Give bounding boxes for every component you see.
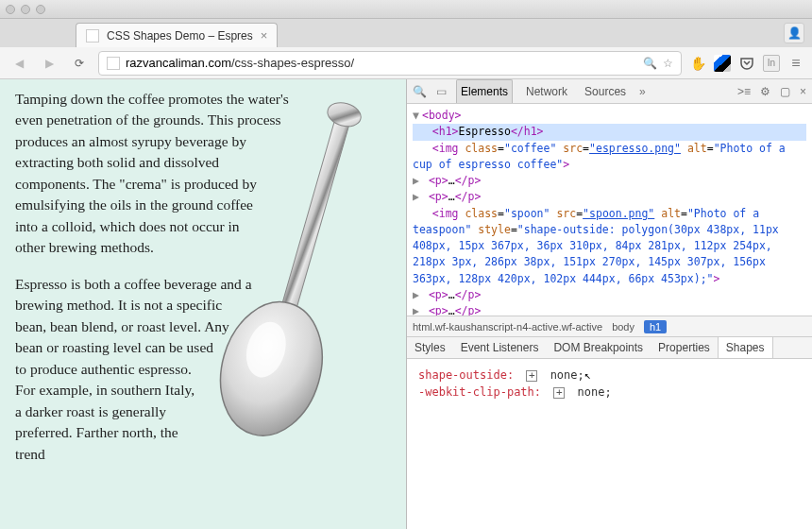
address-bar[interactable]: razvancaliman.com/css-shapes-espresso/ 🔍… <box>98 51 682 76</box>
crumb-body[interactable]: body <box>612 321 634 333</box>
traffic-minimize[interactable] <box>21 5 30 14</box>
tab-styles[interactable]: Styles <box>407 337 453 358</box>
close-icon[interactable]: × <box>800 85 806 98</box>
favicon <box>86 29 99 43</box>
browser-tab[interactable]: CSS Shapes Demo – Espres × <box>76 23 278 47</box>
tab-event-listeners[interactable]: Event Listeners <box>453 337 547 358</box>
traffic-close[interactable] <box>6 5 15 14</box>
tab-dom-breakpoints[interactable]: DOM Breakpoints <box>546 337 651 358</box>
dom-breadcrumb[interactable]: html.wf-kaushanscript-n4-active.wf-activ… <box>407 316 812 336</box>
devtools-toolbar: 🔍 ▭ Elements Network Sources » >≡ ⚙ ▢ × <box>407 79 812 104</box>
bookmark-star-icon[interactable]: ☆ <box>663 57 673 70</box>
cursor-icon: ↖ <box>584 368 591 382</box>
tab-sources[interactable]: Sources <box>581 79 630 103</box>
browser-menu-icon[interactable]: ≡ <box>787 55 804 72</box>
prop-clip-path: -webkit-clip-path: <box>418 385 541 399</box>
crumb-h1[interactable]: h1 <box>644 320 667 333</box>
console-toggle-icon[interactable]: >≡ <box>737 85 751 98</box>
gear-icon[interactable]: ⚙ <box>760 85 770 98</box>
reload-button[interactable]: ⟳ <box>68 52 91 75</box>
inspect-icon[interactable]: 🔍 <box>413 85 427 98</box>
more-tabs-icon[interactable]: » <box>639 85 646 98</box>
profile-icon[interactable]: 👤 <box>784 23 804 43</box>
traffic-zoom[interactable] <box>36 5 45 14</box>
value-clip-path: none; <box>578 385 612 399</box>
value-shape-outside: none; <box>550 368 584 382</box>
extension-hand-icon[interactable]: ✋ <box>689 55 706 72</box>
shape-outside-row[interactable]: shape-outside: + none;↖ <box>418 368 801 382</box>
tab-title: CSS Shapes Demo – Espres <box>107 29 253 43</box>
extension-pocket-icon[interactable] <box>738 55 755 72</box>
back-button[interactable]: ◀ <box>8 52 30 75</box>
content-row: Tamping down the coffee promotes the wat… <box>0 79 812 529</box>
svg-rect-0 <box>278 111 352 324</box>
browser-tabbar: CSS Shapes Demo – Espres × 👤 <box>0 19 812 47</box>
shapes-panel: shape-outside: + none;↖ -webkit-clip-pat… <box>407 359 812 529</box>
device-mode-icon[interactable]: ▭ <box>436 85 447 98</box>
page-icon <box>107 57 120 70</box>
styles-tabs: Styles Event Listeners DOM Breakpoints P… <box>407 336 812 359</box>
crumb-html[interactable]: html.wf-kaushanscript-n4-active.wf-activ… <box>413 321 602 333</box>
forward-button[interactable]: ▶ <box>38 52 60 75</box>
window-chrome <box>0 0 812 19</box>
dock-icon[interactable]: ▢ <box>780 85 790 98</box>
close-icon[interactable]: × <box>261 28 268 43</box>
svg-point-1 <box>325 99 364 130</box>
extension-instapaper-icon[interactable]: In <box>763 55 780 72</box>
tab-network[interactable]: Network <box>522 79 571 103</box>
tab-elements[interactable]: Elements <box>456 79 513 103</box>
tab-shapes[interactable]: Shapes <box>718 337 773 358</box>
browser-toolbar: ◀ ▶ ⟳ razvancaliman.com/css-shapes-espre… <box>0 47 812 79</box>
add-icon[interactable]: + <box>526 370 537 382</box>
url-text: razvancaliman.com/css-shapes-espresso/ <box>126 56 637 70</box>
tab-properties[interactable]: Properties <box>651 337 718 358</box>
page-viewport: Tamping down the coffee promotes the wat… <box>0 79 406 529</box>
extension-icons: ✋ In ≡ <box>689 55 804 72</box>
devtools-panel: 🔍 ▭ Elements Network Sources » >≡ ⚙ ▢ × … <box>406 79 812 529</box>
extension-delicious-icon[interactable] <box>714 55 731 72</box>
add-icon[interactable]: + <box>553 387 565 399</box>
clip-path-row[interactable]: -webkit-clip-path: + none; <box>418 385 801 399</box>
prop-shape-outside: shape-outside: <box>418 368 514 382</box>
dom-tree[interactable]: ▼<body> <h1>Espresso</h1> <img class="co… <box>407 104 812 316</box>
search-icon[interactable]: 🔍 <box>643 57 657 70</box>
